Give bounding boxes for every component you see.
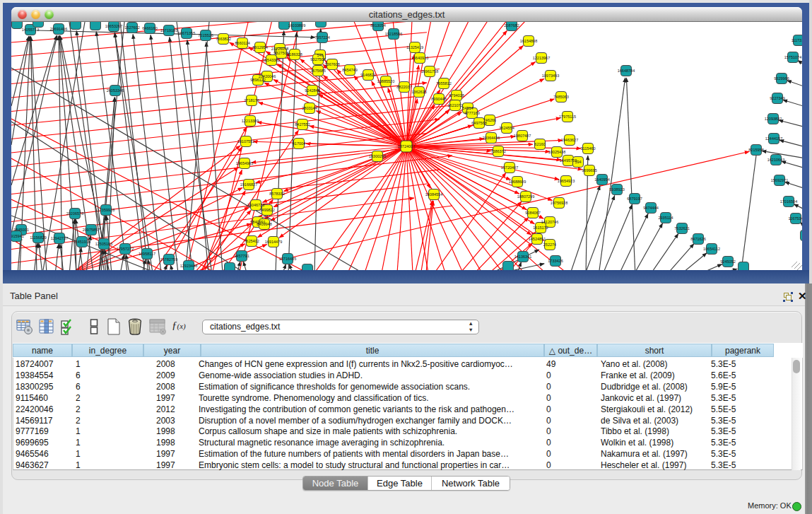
- svg-text:20691406: 20691406: [50, 27, 67, 31]
- svg-text:16046738: 16046738: [247, 203, 264, 207]
- svg-text:26053346: 26053346: [107, 88, 124, 93]
- svg-text:16914479: 16914479: [265, 240, 282, 244]
- svg-text:7625402: 7625402: [244, 239, 259, 243]
- svg-text:9084067: 9084067: [525, 211, 540, 215]
- svg-text:5938923: 5938923: [609, 187, 624, 192]
- svg-text:6879197: 6879197: [627, 197, 642, 201]
- svg-text:8822037: 8822037: [396, 85, 411, 89]
- svg-text:9699695: 9699695: [582, 168, 596, 173]
- svg-text:16033809: 16033809: [288, 23, 305, 28]
- svg-text:16671355: 16671355: [178, 31, 195, 35]
- svg-text:9242848: 9242848: [305, 88, 319, 93]
- svg-text:10653267: 10653267: [105, 24, 122, 28]
- svg-text:10807487: 10807487: [514, 134, 531, 138]
- svg-text:10958117: 10958117: [139, 252, 155, 256]
- svg-text:1167534: 1167534: [788, 216, 802, 221]
- svg-text:3499822: 3499822: [259, 208, 274, 212]
- svg-text:9227349: 9227349: [770, 96, 784, 100]
- svg-text:8454749: 8454749: [342, 68, 357, 72]
- svg-text:10719185: 10719185: [160, 28, 177, 33]
- svg-text:8813054: 8813054: [370, 23, 385, 28]
- svg-text:62160: 62160: [534, 142, 545, 146]
- svg-text:54514: 54514: [462, 106, 473, 110]
- svg-text:1362615: 1362615: [411, 90, 426, 94]
- svg-text:18724007: 18724007: [398, 144, 415, 148]
- svg-text:16154808: 16154808: [520, 39, 537, 43]
- svg-text:19166827: 19166827: [240, 182, 257, 187]
- svg-text:16543382: 16543382: [263, 58, 280, 62]
- svg-text:10654112: 10654112: [703, 247, 720, 251]
- svg-text:18807299: 18807299: [517, 194, 534, 199]
- svg-text:1733426: 1733426: [548, 259, 563, 263]
- svg-text:9845001: 9845001: [13, 228, 28, 232]
- svg-text:16782759: 16782759: [160, 257, 177, 262]
- svg-text:6466160: 6466160: [142, 26, 157, 30]
- svg-text:18300295: 18300295: [369, 154, 386, 158]
- svg-text:19384554: 19384554: [425, 192, 442, 197]
- svg-text:7485063: 7485063: [553, 95, 568, 99]
- svg-text:3624554: 3624554: [499, 126, 514, 130]
- svg-text:20364436: 20364436: [483, 136, 500, 140]
- svg-text:9245052: 9245052: [720, 259, 735, 264]
- svg-text:8409948: 8409948: [257, 222, 271, 226]
- svg-text:8471626: 8471626: [690, 237, 705, 241]
- svg-text:7632621: 7632621: [674, 226, 689, 230]
- svg-text:2718176: 2718176: [244, 98, 259, 103]
- svg-text:14120746: 14120746: [541, 220, 558, 224]
- svg-text:417004: 417004: [293, 141, 305, 146]
- svg-text:7357224: 7357224: [314, 35, 329, 40]
- svg-text:12444157: 12444157: [765, 136, 782, 141]
- svg-text:7515526: 7515526: [198, 33, 213, 37]
- svg-text:16961758: 16961758: [421, 69, 438, 74]
- svg-text:9327508: 9327508: [310, 57, 325, 62]
- svg-text:1615172: 1615172: [533, 226, 548, 230]
- svg-text:9474444: 9474444: [643, 206, 658, 210]
- svg-text:3915941: 3915941: [11, 234, 24, 238]
- svg-text:11451914: 11451914: [73, 240, 90, 244]
- svg-text:20206578: 20206578: [66, 211, 83, 216]
- svg-text:10107552: 10107552: [237, 139, 254, 144]
- svg-text:10688609: 10688609: [509, 180, 526, 184]
- svg-text:8215958: 8215958: [748, 148, 763, 152]
- svg-text:1621072: 1621072: [447, 103, 462, 107]
- svg-text:6794028: 6794028: [449, 93, 464, 98]
- svg-text:8427552: 8427552: [295, 122, 310, 127]
- svg-text:9329966: 9329966: [774, 76, 789, 81]
- svg-text:10973493: 10973493: [542, 74, 559, 78]
- svg-text:13885520: 13885520: [377, 79, 394, 83]
- svg-text:11325419: 11325419: [406, 45, 423, 49]
- svg-text:11156829: 11156829: [30, 235, 47, 240]
- svg-text:16210643: 16210643: [767, 158, 784, 162]
- svg-text:17975115: 17975115: [559, 115, 576, 119]
- svg-text:2803144: 2803144: [302, 106, 317, 110]
- svg-text:1117312: 1117312: [792, 38, 802, 42]
- svg-text:8186328: 8186328: [287, 52, 302, 57]
- svg-text:3675685: 3675685: [310, 69, 325, 73]
- svg-text:9896122: 9896122: [250, 78, 265, 82]
- svg-text:19654985: 19654985: [236, 161, 253, 165]
- svg-text:9115460: 9115460: [580, 146, 595, 151]
- svg-text:12942737: 12942737: [51, 236, 68, 240]
- svg-text:9777169: 9777169: [464, 111, 479, 115]
- svg-text:17957272: 17957272: [117, 247, 134, 251]
- svg-text:12093832: 12093832: [765, 117, 782, 121]
- svg-text:6497568: 6497568: [471, 121, 486, 125]
- svg-text:2935114: 2935114: [658, 216, 673, 220]
- svg-text:8660124: 8660124: [235, 41, 249, 45]
- svg-text:17359928: 17359928: [98, 208, 114, 212]
- svg-text:12923448: 12923448: [180, 264, 197, 268]
- svg-text:8578332: 8578332: [269, 192, 284, 196]
- svg-text:15751074: 15751074: [784, 55, 801, 59]
- svg-text:19756928: 19756928: [551, 201, 567, 205]
- svg-text:14524851: 14524851: [529, 237, 546, 241]
- svg-text:1640954: 1640954: [594, 177, 609, 182]
- svg-text:19218586: 19218586: [385, 32, 402, 36]
- svg-text:9457791: 9457791: [234, 254, 249, 258]
- svg-text:252274: 252274: [543, 243, 556, 247]
- svg-text:17016504: 17016504: [780, 199, 797, 204]
- svg-text:594: 594: [575, 160, 581, 164]
- svg-text:8990448: 8990448: [431, 97, 446, 101]
- svg-text:7386372: 7386372: [490, 149, 505, 153]
- svg-text:15640910: 15640910: [411, 56, 428, 60]
- svg-text:14055713: 14055713: [22, 28, 39, 32]
